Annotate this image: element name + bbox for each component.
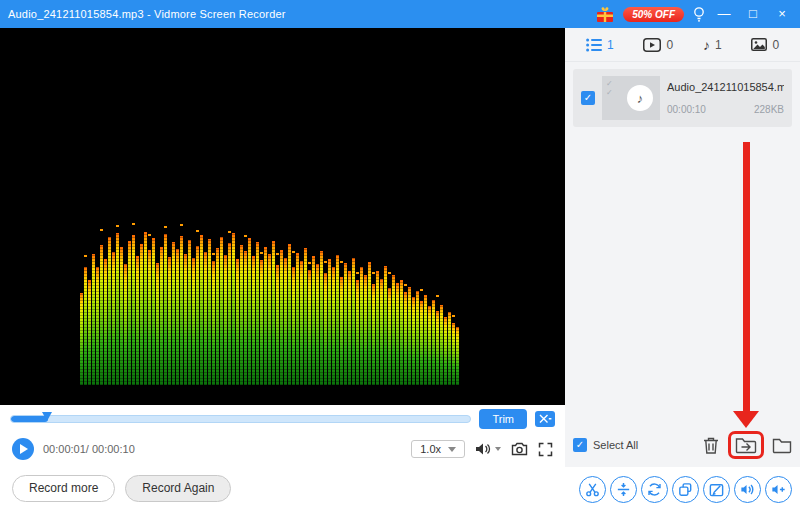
seek-slider[interactable] — [10, 415, 471, 423]
file-action-icons — [702, 431, 792, 459]
spectrum-bar — [80, 293, 83, 385]
spectrum-bar — [440, 305, 443, 385]
minimize-button[interactable]: — — [714, 4, 734, 24]
convert-tool-button[interactable] — [641, 476, 668, 503]
spectrum-bar — [144, 232, 147, 385]
select-all-checkbox[interactable]: ✓ — [573, 438, 587, 452]
tab-count: 1 — [715, 38, 722, 52]
speed-value: 1.0x — [420, 443, 441, 455]
spectrum-bar — [416, 291, 419, 385]
spectrum-bar — [288, 244, 291, 385]
spectrum-bar — [96, 267, 99, 385]
item-meta: 00:00:10 228KB — [667, 104, 784, 115]
spectrum-bar — [192, 258, 195, 385]
spectrum-bar — [228, 243, 231, 385]
spectrum-bar — [120, 247, 123, 385]
window-title: Audio_241211015854.mp3 - Vidmore Screen … — [8, 8, 286, 20]
tab-playlist[interactable]: 1 — [586, 38, 614, 52]
tools-toolbar — [565, 467, 800, 511]
spectrum-bar — [332, 267, 335, 385]
titlebar: Audio_241211015854.mp3 - Vidmore Screen … — [0, 0, 800, 28]
volume-chevron-icon[interactable] — [495, 447, 501, 451]
spectrum-bar — [456, 327, 459, 385]
duplicate-tool-button[interactable] — [672, 476, 699, 503]
speed-select[interactable]: 1.0x — [411, 440, 465, 458]
spectrum-bar — [264, 247, 267, 385]
tab-image[interactable]: 0 — [751, 38, 779, 52]
spectrum-dot — [196, 230, 199, 232]
recording-list-item[interactable]: ✓ ✓✓ ♪ Audio_241211015854.mp3 00:00:10 2… — [573, 69, 792, 127]
spectrum-bar — [204, 252, 207, 385]
preview-area — [0, 28, 565, 405]
spectrum-bar — [208, 239, 211, 385]
snapshot-icon[interactable] — [511, 442, 528, 456]
spectrum-bar — [168, 257, 171, 385]
spectrum-bar — [300, 261, 303, 385]
audio-enhance-tool-button[interactable] — [734, 476, 761, 503]
panel-bottom-bar: ✓ Select All — [565, 423, 800, 467]
maximize-button[interactable]: □ — [743, 4, 763, 24]
tab-audio[interactable]: ♪ 1 — [703, 38, 722, 52]
spectrum-dot — [100, 229, 103, 231]
record-actions: Record more Record Again — [0, 465, 565, 511]
advanced-trimmer-icon[interactable] — [535, 411, 555, 427]
spectrum-bar — [256, 242, 259, 385]
spectrum-bar — [308, 270, 311, 385]
record-more-button[interactable]: Record more — [12, 475, 115, 502]
spectrum-bar — [88, 280, 91, 385]
spectrum-bar — [196, 246, 199, 385]
spectrum-bar — [428, 306, 431, 385]
spectrum-bar — [372, 284, 375, 385]
spectrum-bar — [348, 271, 351, 385]
spectrum-bar — [128, 241, 131, 385]
item-duration: 00:00:10 — [667, 104, 706, 115]
play-button[interactable] — [12, 438, 34, 460]
spectrum-bar — [180, 236, 183, 385]
spectrum-bar — [108, 237, 111, 385]
spectrum-bar — [172, 242, 175, 385]
close-button[interactable]: × — [772, 4, 792, 24]
spectrum-bar — [224, 255, 227, 385]
spectrum-bar — [112, 252, 115, 385]
seek-thumb[interactable] — [42, 412, 52, 421]
spectrum-bar — [268, 254, 271, 385]
playlist-icon — [586, 38, 602, 52]
spectrum-bar — [396, 283, 399, 385]
record-again-button[interactable]: Record Again — [125, 475, 231, 502]
volume-icon[interactable] — [475, 442, 491, 456]
spectrum-dot — [308, 262, 311, 264]
spectrum-bar — [324, 273, 327, 385]
tab-video[interactable]: 0 — [643, 38, 673, 52]
spectrum-bar — [304, 248, 307, 385]
delete-icon[interactable] — [702, 436, 720, 455]
edit-tool-button[interactable] — [703, 476, 730, 503]
spectrum-dot — [180, 224, 183, 226]
spectrum-bar — [148, 250, 151, 385]
export-folder-icon[interactable] — [735, 436, 757, 454]
merge-tool-button[interactable] — [610, 476, 637, 503]
spectrum-dot — [84, 255, 87, 257]
open-folder-icon[interactable] — [772, 437, 792, 454]
cut-tool-button[interactable] — [579, 476, 606, 503]
trim-button[interactable]: Trim — [479, 409, 527, 429]
spectrum-dot — [212, 253, 215, 255]
spectrum-bar — [184, 254, 187, 385]
discount-badge[interactable]: 50% OFF — [623, 7, 684, 22]
spectrum-bar — [340, 277, 343, 385]
spectrum-bar — [444, 317, 447, 385]
volume-boost-tool-button[interactable] — [765, 476, 792, 503]
chevron-down-icon — [448, 447, 456, 452]
spectrum-bar — [188, 240, 191, 385]
spectrum-bar — [320, 251, 323, 385]
spectrum-bar — [236, 259, 239, 385]
fullscreen-icon[interactable] — [538, 442, 553, 457]
thumbnail-pattern: ✓✓ — [606, 79, 613, 97]
spectrum-bar — [436, 311, 439, 385]
spectrum-bar — [448, 312, 451, 385]
gift-icon[interactable] — [596, 6, 614, 23]
spectrum-bar — [432, 300, 435, 385]
item-checkbox[interactable]: ✓ — [581, 91, 595, 105]
spectrum-bar — [280, 250, 283, 385]
spectrum-dot — [244, 235, 247, 237]
lamp-icon[interactable] — [693, 6, 705, 22]
